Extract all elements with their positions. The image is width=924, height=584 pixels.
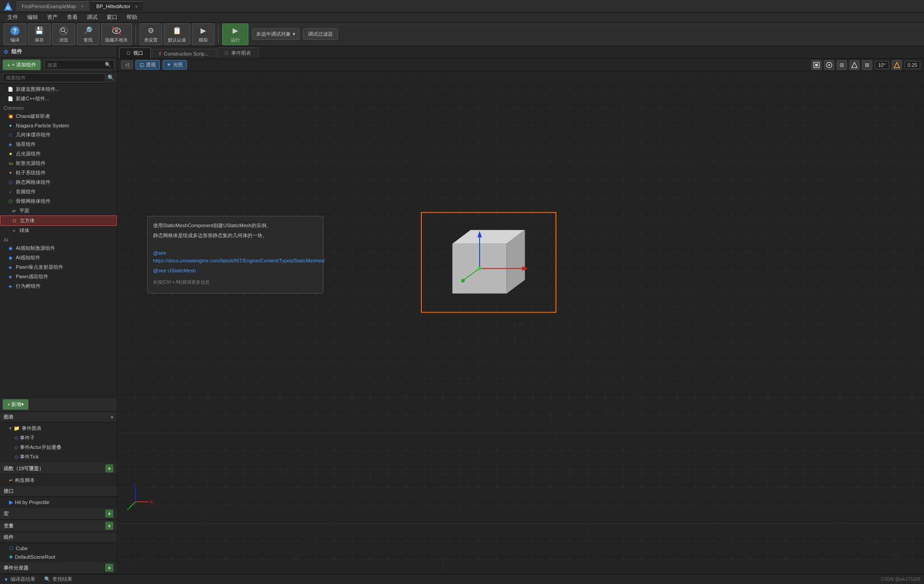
add-component-button[interactable]: + + 添加组件 [3,60,41,70]
cpp-script-icon: 📄 [7,96,14,102]
debug-target-dropdown[interactable]: 未选中调试对象 ▾ [252,28,299,40]
close-tab-1-icon[interactable]: × [135,4,138,9]
add-function-button[interactable]: + [105,464,113,472]
list-item-rect-light[interactable]: ▭ 矩形光源组件 [0,159,117,168]
vp-icon-btn-2[interactable]: ⊞ [837,60,847,70]
menu-help[interactable]: 帮助 [122,13,142,22]
status-compile-results[interactable]: ▼ 编译器结果 [4,576,35,583]
simulate-button[interactable]: ▶ 模拟 [192,23,215,45]
vp-icon-btn-3[interactable] [849,60,859,70]
script-item-cpp[interactable]: 📄 新建C++组件... [0,94,117,103]
zoom-value[interactable]: 0.25 [905,61,920,69]
find-button[interactable]: 🔎 查找 [77,23,99,45]
close-tab-0-icon[interactable]: × [81,4,84,9]
functions-section-header[interactable]: 函数（19可覆盖） + [0,463,117,475]
comp-item-default-scene-root[interactable]: ◈ DefaultSceneRoot [0,552,117,561]
menu-view[interactable]: 查看 [62,13,82,22]
selected-cube-area [421,212,556,313]
tab-bp-hitted-actor[interactable]: BP_HittedActor × [91,1,143,11]
tab-viewport[interactable]: □ 视口 [119,47,151,58]
list-item-pawn-noise[interactable]: ◈ Pawn噪点发射器组件 [0,262,117,272]
list-item-point-light[interactable]: ★ 点光源组件 [0,149,117,159]
vp-collapse-btn[interactable]: ◁ [121,61,133,69]
menu-window[interactable]: 窗口 [102,13,122,22]
compile-button[interactable]: ? 编译 [4,23,26,45]
skeletal-mesh-icon: ⬡ [7,198,14,205]
debug-filter-button[interactable]: 调试过滤器 [303,28,338,40]
component-list: 📄 新建蓝图脚本组件... 📄 新建C++组件... Common 💥 Chao… [0,84,117,397]
construct-script-item[interactable]: ↵ 构造脚本 [0,476,117,485]
search-bar[interactable]: 🔍 [44,60,114,70]
viewport-tab-bar: □ 视口 f Construction Scrip... □ 事件图表 [117,46,924,59]
event-sub-item-0[interactable]: ◇ 事件子 [0,433,117,443]
list-item-cube[interactable]: □ 立方体 [0,215,117,226]
viewport-content[interactable]: X Z Y [117,71,924,574]
behavior-tree-icon: ◈ [7,283,14,290]
defaults-button[interactable]: 📋 默认认值 [164,23,190,45]
interfaces-section-header[interactable]: 接口 [0,486,117,497]
menu-edit[interactable]: 编辑 [23,13,42,22]
play-button[interactable]: ▶ 运行 [222,23,248,45]
add-macro-button[interactable]: + [105,509,113,518]
list-item-particle[interactable]: ✦ 粒子系统组件 [0,168,117,178]
list-item-geo-cache[interactable]: □ 几何体缓存组件 [0,130,117,140]
niagara-icon: ✦ [7,122,14,129]
list-item-audio[interactable]: ♪ 音频组件 [0,187,117,196]
list-item-sphere[interactable]: ○ 球体 [0,226,117,235]
event-item-icon-0: ◇ [14,435,18,441]
search-component-input[interactable] [3,73,106,82]
status-find-results[interactable]: 🔍 查找结果 [44,576,72,583]
event-sub-item-1[interactable]: ◇ 事件Actor开始重叠 [0,443,117,452]
component-header-icon: ⚙ [4,49,9,55]
graphs-section-header[interactable]: 图表 ▾ [0,412,117,423]
event-dispatchers-section-header[interactable]: 事件分发器 + [0,562,117,574]
variables-section-header[interactable]: 变量 + [0,520,117,532]
components-section: ⬡ Cube ◈ DefaultSceneRoot [0,543,117,562]
list-item-chaos[interactable]: 💥 Chaos破坏听者 [0,112,117,121]
vp-icon-btn-4[interactable]: ⊠ [862,60,872,70]
vp-icon-btn-1[interactable] [824,60,834,70]
angle-value[interactable]: 10° [875,61,889,69]
components-section-header[interactable]: 组件 [0,532,117,543]
add-event-dispatcher-button[interactable]: + [105,564,113,572]
blueprint-script-icon: 📄 [7,86,14,93]
list-item-scene[interactable]: ◈ 场景组件 [0,140,117,149]
list-item-niagara[interactable]: ✦ Niagara Particle System [0,121,117,130]
menu-debug[interactable]: 调试 [82,13,102,22]
list-item-ai-perception-stimuli[interactable]: ◉ AI感知制激源组件 [0,243,117,253]
interface-hit-by-projectile[interactable]: ▶ Hit by Projectile [0,498,117,507]
script-item-blueprint[interactable]: 📄 新建蓝图脚本组件... [0,84,117,94]
comp-item-cube[interactable]: ⬡ Cube [0,544,117,552]
menu-asset[interactable]: 资产 [42,13,62,22]
cube-comp-icon: ⬡ [9,545,14,551]
tab-event-graph[interactable]: □ 事件图表 [217,47,259,58]
cube-svg [425,216,552,307]
list-item-static-mesh[interactable]: ⬡ 静态网格体组件 [0,178,117,187]
list-item-skeletal-mesh[interactable]: ⬡ 骨骼网格体组件 [0,196,117,206]
list-item-behavior-tree[interactable]: ◈ 行为树组件 [0,281,117,291]
list-item-plane[interactable]: ▱ 平面 [0,206,117,215]
svg-line-17 [521,323,924,575]
hide-unrelated-button[interactable]: 隐藏不相关 [101,23,132,45]
menu-file[interactable]: 文件 [3,13,23,22]
lighting-button[interactable]: ☀ 光照 [163,60,187,70]
tab-construction-script[interactable]: f Construction Scrip... [152,49,216,58]
list-item-ai-perception[interactable]: ◉ AI感知组件 [0,253,117,262]
new-add-button[interactable]: + 新增▾ [3,399,28,410]
vp-icon-btn-5[interactable] [892,60,902,70]
class-settings-button[interactable]: ⚙ 类设置 [140,23,162,45]
search-input[interactable] [47,62,105,68]
tab-first-person-map[interactable]: FirstPersonExampleMap × [16,1,89,11]
event-graph-group[interactable]: ▾ 📁 事件图表 [0,424,117,433]
vp-icon-btn-0[interactable] [812,60,821,70]
list-item-pawn-sensing[interactable]: ◈ Pawn感应组件 [0,272,117,281]
browse-button[interactable]: 浏览 [52,23,75,45]
add-variable-button[interactable]: + [105,522,113,530]
macros-section-header[interactable]: 宏 + [0,508,117,520]
perspective-button[interactable]: ◱ 透视 [135,60,160,70]
add-component-bar: + + 添加组件 🔍 [0,58,117,72]
main-layout: ⚙ 组件 + + 添加组件 🔍 🔍 📄 新建蓝图脚本组件... [0,46,924,574]
save-button[interactable]: 💾 保存 [28,23,51,45]
event-sub-item-2[interactable]: ◇ 事件Tick [0,452,117,462]
ai-stimuli-icon: ◉ [7,245,14,252]
